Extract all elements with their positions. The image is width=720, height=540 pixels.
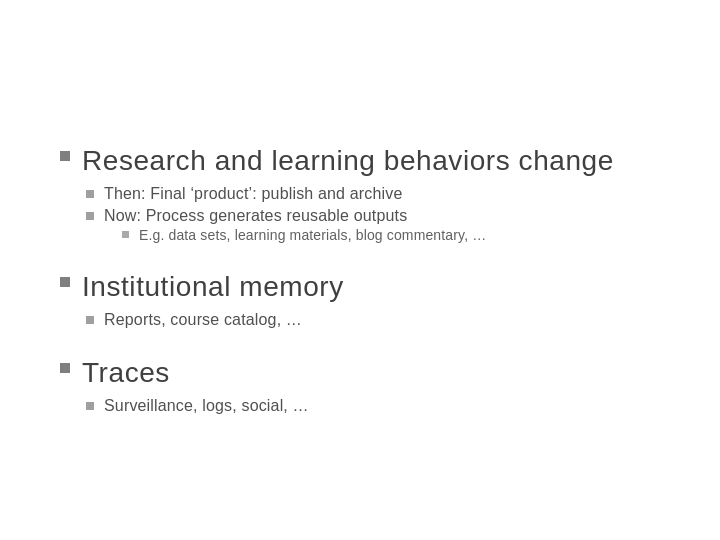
sub-bullet-icon <box>86 212 94 220</box>
sub-list: Surveillance, logs, social, … <box>82 397 309 415</box>
sub-item-label: Then: Final ‘product’: publish and archi… <box>104 185 402 203</box>
list-item: E.g. data sets, learning materials, blog… <box>122 227 486 243</box>
sub-bullet-icon <box>86 402 94 410</box>
list-item: Now: Process generates reusable outputs … <box>86 207 614 243</box>
item-content: Research and learning behaviors change T… <box>82 145 614 243</box>
sub-item-label: Reports, course catalog, … <box>104 311 302 329</box>
bullet-icon <box>60 363 70 373</box>
sub-item-label: Now: Process generates reusable outputs <box>104 207 407 224</box>
item-content: Traces Surveillance, logs, social, … <box>82 357 309 415</box>
sub-sub-item-label: E.g. data sets, learning materials, blog… <box>139 227 486 243</box>
list-item: Institutional memory Reports, course cat… <box>60 271 660 329</box>
list-item: Traces Surveillance, logs, social, … <box>60 357 660 415</box>
sub-bullet-icon <box>86 316 94 324</box>
sub-sub-bullet-icon <box>122 231 129 238</box>
list-item: Then: Final ‘product’: publish and archi… <box>86 185 614 203</box>
sub-bullet-icon <box>86 190 94 198</box>
sub-sub-list: E.g. data sets, learning materials, blog… <box>104 227 486 243</box>
item-content: Institutional memory Reports, course cat… <box>82 271 344 329</box>
item-label: Research and learning behaviors change <box>82 145 614 177</box>
main-list: Research and learning behaviors change T… <box>60 145 660 415</box>
bullet-icon <box>60 277 70 287</box>
sub-list: Reports, course catalog, … <box>82 311 344 329</box>
sub-item-content: Now: Process generates reusable outputs … <box>104 207 486 243</box>
list-item: Surveillance, logs, social, … <box>86 397 309 415</box>
sub-list: Then: Final ‘product’: publish and archi… <box>82 185 614 243</box>
item-label: Traces <box>82 357 309 389</box>
list-item: Reports, course catalog, … <box>86 311 344 329</box>
slide: Research and learning behaviors change T… <box>0 0 720 540</box>
bullet-icon <box>60 151 70 161</box>
list-item: Research and learning behaviors change T… <box>60 145 660 243</box>
item-label: Institutional memory <box>82 271 344 303</box>
sub-item-label: Surveillance, logs, social, … <box>104 397 309 415</box>
